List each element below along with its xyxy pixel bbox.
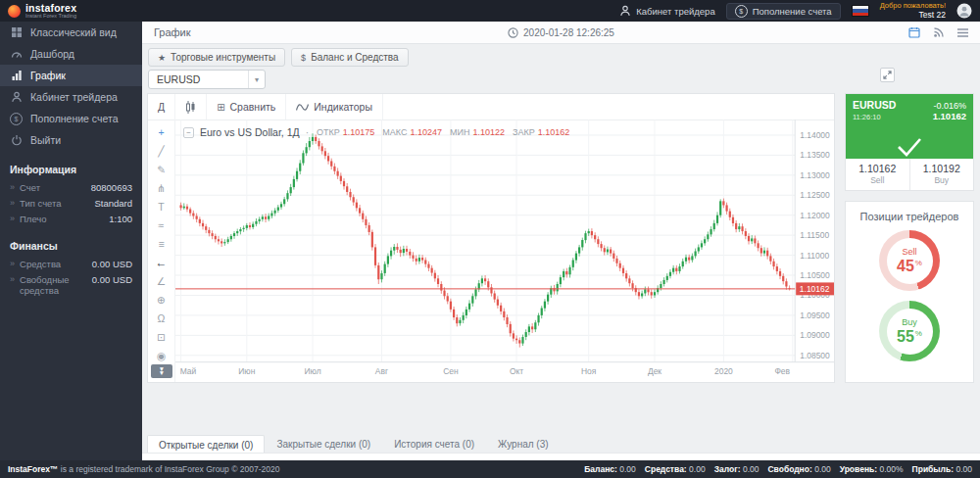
text-icon[interactable]: T: [148, 197, 174, 215]
svg-text:2020: 2020: [714, 366, 733, 376]
sell-percent: 45: [897, 259, 914, 274]
sidebar-item-label: Классический вид: [30, 26, 117, 38]
welcome-block: Добро пожаловать! Test 22: [880, 1, 946, 20]
sidebar-item-deposit[interactable]: $ Пополнение счета: [0, 108, 142, 129]
avatar-icon[interactable]: [956, 3, 972, 19]
info-label: Плечо: [20, 214, 90, 225]
arrow-icon[interactable]: ←: [148, 253, 174, 271]
username: Test 22: [880, 10, 946, 20]
brush-icon[interactable]: ✎: [148, 160, 174, 178]
welcome-text: Добро пожаловать!: [880, 1, 946, 10]
close-label: ЗАКР: [513, 127, 535, 137]
chart-legend: − Euro vs US Dollar, 1Д · ОТКР 1.10175 М…: [183, 126, 569, 138]
open-value: 1.10175: [343, 127, 375, 137]
open-label: ОТКР: [317, 127, 340, 137]
quote-time: 11:26:10: [853, 113, 881, 121]
rss-icon[interactable]: [933, 26, 945, 38]
svg-text:1.12500: 1.12500: [800, 190, 830, 200]
chevron-down-icon: ▾: [248, 71, 265, 88]
percent-sign: %: [915, 260, 922, 267]
page-header: График 2020-01-28 12:26:25: [142, 22, 980, 44]
legend-title: Euro vs US Dollar, 1Д: [200, 126, 300, 138]
crosshair-icon[interactable]: +: [148, 122, 174, 141]
measure-icon[interactable]: ∠: [148, 271, 174, 290]
trader-cabinet-link[interactable]: Кабинет трейдера: [619, 5, 714, 17]
main-toolbar: ★ Торговые инструменты $ Баланс и Средст…: [148, 48, 409, 67]
datetime-text: 2020-01-28 12:26:25: [523, 27, 614, 38]
low-label: МИН: [450, 127, 469, 137]
zoom-in-icon[interactable]: ⊕: [148, 290, 174, 309]
chart-toolbar: Д ⊞ Сравнить Индикаторы: [148, 94, 834, 120]
interval-selector[interactable]: Д: [148, 94, 175, 120]
stat-free: Свободно: 0.00: [767, 464, 830, 474]
trading-instruments-label: Торговые инструменты: [171, 52, 275, 63]
buy-donut-chart: Buy 55 %: [879, 301, 940, 361]
trader-cabinet-label: Кабинет трейдера: [636, 6, 714, 17]
legend-collapse-icon[interactable]: −: [183, 127, 194, 138]
trader-positions-card: Позиции трейдеров Sell 45 % Buy 55 %: [845, 201, 974, 383]
magnet-icon[interactable]: Ω: [148, 309, 174, 327]
footer-account-stats: Баланс: 0.00 Средства: 0.00 Залог: 0.00 …: [584, 464, 972, 474]
sidebar-item-classic-view[interactable]: Классический вид: [0, 22, 142, 43]
indicators-icon: [296, 103, 309, 112]
star-icon: ★: [158, 53, 166, 63]
buy-donut-label: Buy: [902, 318, 917, 327]
buy-price: 1.10192: [923, 163, 960, 175]
chevron-right-icon: »: [10, 259, 15, 269]
info-value: 80800693: [91, 182, 132, 194]
dollar-icon: $: [10, 113, 23, 125]
chart-type-selector[interactable]: [175, 94, 207, 120]
sidebar-item-trader-cabinet[interactable]: Кабинет трейдера: [0, 86, 142, 108]
deposit-label: Пополнение счета: [753, 6, 832, 17]
chart-bars-icon: [11, 70, 23, 81]
compare-button[interactable]: ⊞ Сравнить: [207, 94, 286, 120]
buy-label: Buy: [934, 175, 949, 186]
indicators-button[interactable]: Индикаторы: [286, 94, 383, 120]
svg-text:Окт: Окт: [510, 366, 523, 376]
footer: InstaForex™ is a registered trademark of…: [0, 460, 980, 478]
symbol-select[interactable]: EURUSD ▾: [148, 70, 266, 89]
fib-retracement-icon[interactable]: ≡: [148, 234, 174, 253]
info-value: Standard: [94, 198, 132, 210]
buy-percent: 55: [897, 329, 914, 345]
indicators-label: Индикаторы: [314, 101, 372, 113]
sell-button[interactable]: 1.10162 Sell: [846, 159, 909, 190]
instaforex-logo[interactable]: instaforex Instant Forex Trading: [0, 3, 142, 20]
lock-icon[interactable]: ⊡: [148, 327, 174, 346]
xabcd-pattern-icon[interactable]: ≈: [148, 215, 174, 234]
hide-all-icon[interactable]: ◉: [148, 346, 174, 364]
finance-row-funds: » Средства 0.00 USD: [0, 257, 142, 272]
pitchfork-icon[interactable]: ⋔: [148, 178, 174, 197]
finance-section-header: Финансы: [0, 227, 142, 257]
sidebar-item-logout[interactable]: Выйти: [0, 129, 142, 151]
trading-instruments-button[interactable]: ★ Торговые инструменты: [148, 48, 285, 67]
deposit-button[interactable]: $ Пополнение счета: [726, 3, 841, 20]
balance-funds-button[interactable]: $ Баланс и Средства: [291, 48, 409, 67]
russian-flag-icon[interactable]: [852, 5, 869, 17]
power-icon: [11, 134, 23, 146]
sidebar-item-chart[interactable]: График: [0, 65, 142, 86]
candlestick-chart[interactable]: 1.085001.090001.095001.100001.105001.110…: [175, 120, 834, 382]
menu-icon[interactable]: [957, 28, 968, 37]
chevron-right-icon: »: [10, 214, 15, 224]
stat-margin: Залог: 0.00: [714, 464, 760, 474]
chart-body: ▾ ▾ +╱✎⋔T≈≡←∠⊕Ω⊡◉ 1.085001.090001.095001…: [148, 120, 834, 382]
candlestick-icon: [185, 101, 196, 114]
svg-text:1.09000: 1.09000: [800, 330, 830, 340]
info-label: Тип счета: [20, 198, 89, 210]
chevron-right-icon: »: [10, 182, 15, 193]
svg-text:1.11500: 1.11500: [800, 230, 829, 240]
sidebar-item-dashboard[interactable]: Дашборд: [0, 43, 142, 65]
check-icon: [846, 136, 973, 158]
calendar-icon[interactable]: [908, 26, 920, 38]
trend-line-icon[interactable]: ╱: [148, 141, 174, 160]
page-title: График: [154, 26, 191, 38]
buy-button[interactable]: 1.10192 Buy: [909, 159, 974, 190]
toolbar-collapse-button[interactable]: ▾ ▾: [151, 364, 172, 378]
brand-tagline: Instant Forex Trading: [25, 14, 76, 20]
info-section-header: Информация: [0, 151, 142, 180]
clock-icon: [508, 27, 518, 38]
svg-text:1.10162: 1.10162: [800, 284, 830, 294]
expand-chart-button[interactable]: [880, 68, 895, 82]
svg-text:Июн: Июн: [238, 366, 255, 376]
